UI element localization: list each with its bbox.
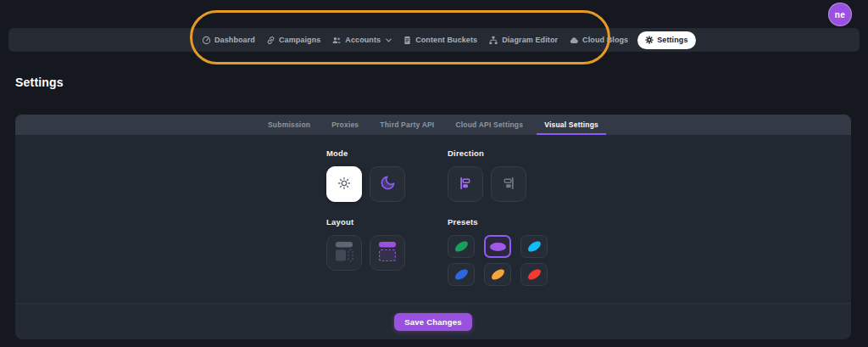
preset-green-swatch: [453, 239, 469, 254]
visual-settings-content: Mode Direction: [15, 135, 851, 304]
sitemap-icon: [488, 36, 498, 45]
preset-red-button[interactable]: [520, 263, 548, 286]
direction-section: Direction: [448, 148, 526, 202]
tab-bar: Submission Proxies Third Party API Cloud…: [15, 115, 851, 135]
settings-panel: Submission Proxies Third Party API Cloud…: [15, 115, 851, 339]
page-title: Settings: [15, 76, 64, 89]
preset-blue-swatch: [453, 267, 469, 282]
presets-section: Presets: [448, 217, 548, 286]
preset-orange-swatch: [489, 267, 505, 282]
users-icon: [331, 36, 342, 45]
align-right-icon: [500, 175, 517, 194]
nav-item-accounts[interactable]: Accounts: [330, 36, 393, 45]
mode-section: Mode: [326, 148, 405, 202]
layout-section: Layout: [326, 217, 405, 271]
mode-label: Mode: [326, 148, 405, 158]
nav-item-label: Campaigns: [279, 36, 320, 44]
gear-icon: [645, 36, 654, 44]
preset-cyan-button[interactable]: [520, 235, 548, 258]
nav-item-campaigns[interactable]: Campaigns: [264, 36, 322, 45]
tab-proxies[interactable]: Proxies: [324, 115, 366, 135]
user-avatar[interactable]: ne: [828, 3, 852, 26]
mode-dark-button[interactable]: [370, 166, 405, 202]
preset-cyan-swatch: [526, 239, 542, 254]
preset-purple-button[interactable]: [484, 235, 511, 258]
app-screen: ne Dashboard Campaigns Accounts: [0, 0, 868, 347]
align-left-icon: [457, 175, 474, 194]
nav-item-label: Dashboard: [214, 36, 255, 44]
nav-item-diagram-editor[interactable]: Diagram Editor: [487, 36, 559, 45]
layout-boxed-icon: [334, 240, 354, 266]
nav-item-label: Content Buckets: [415, 36, 477, 44]
layout-fluid-icon: [377, 240, 398, 266]
nav-item-label: Diagram Editor: [502, 36, 558, 44]
chevron-down-icon: [386, 38, 392, 42]
tab-cloud-api-settings[interactable]: Cloud API Settings: [448, 115, 531, 135]
panel-footer: Save Changes: [15, 303, 851, 339]
link-icon: [266, 36, 275, 45]
nav-item-label: Settings: [657, 36, 687, 44]
preset-red-swatch: [526, 267, 542, 282]
nav-item-label: Cloud Blogs: [582, 36, 628, 44]
layout-boxed-button[interactable]: [326, 235, 362, 271]
layout-fluid-button[interactable]: [370, 235, 405, 271]
top-navbar: Dashboard Campaigns Accounts: [8, 28, 860, 52]
gauge-icon: [202, 36, 211, 45]
tab-submission[interactable]: Submission: [260, 115, 318, 135]
save-changes-button[interactable]: Save Changes: [394, 313, 471, 331]
preset-purple-swatch: [490, 243, 506, 251]
preset-grid: [448, 235, 548, 286]
document-icon: [403, 36, 412, 45]
layout-label: Layout: [326, 217, 405, 227]
avatar-initials: ne: [835, 10, 845, 20]
nav-item-dashboard[interactable]: Dashboard: [200, 36, 257, 45]
nav-item-label: Accounts: [345, 36, 381, 44]
tab-visual-settings[interactable]: Visual Settings: [537, 115, 606, 135]
direction-label: Direction: [448, 148, 526, 158]
preset-blue-button[interactable]: [448, 263, 475, 286]
direction-ltr-button[interactable]: [448, 166, 483, 202]
nav-items: Dashboard Campaigns Accounts: [200, 31, 696, 49]
nav-item-settings[interactable]: Settings: [637, 31, 695, 49]
nav-item-cloud-blogs[interactable]: Cloud Blogs: [567, 36, 630, 45]
tab-third-party-api[interactable]: Third Party API: [372, 115, 442, 135]
cloud-icon: [569, 36, 579, 45]
direction-rtl-button[interactable]: [491, 166, 526, 202]
mode-light-button[interactable]: [326, 166, 362, 202]
moon-icon: [380, 175, 396, 193]
preset-orange-button[interactable]: [484, 263, 511, 286]
presets-label: Presets: [448, 217, 548, 227]
nav-item-content-buckets[interactable]: Content Buckets: [401, 36, 479, 45]
sun-icon: [336, 175, 353, 194]
preset-green-button[interactable]: [448, 235, 475, 258]
